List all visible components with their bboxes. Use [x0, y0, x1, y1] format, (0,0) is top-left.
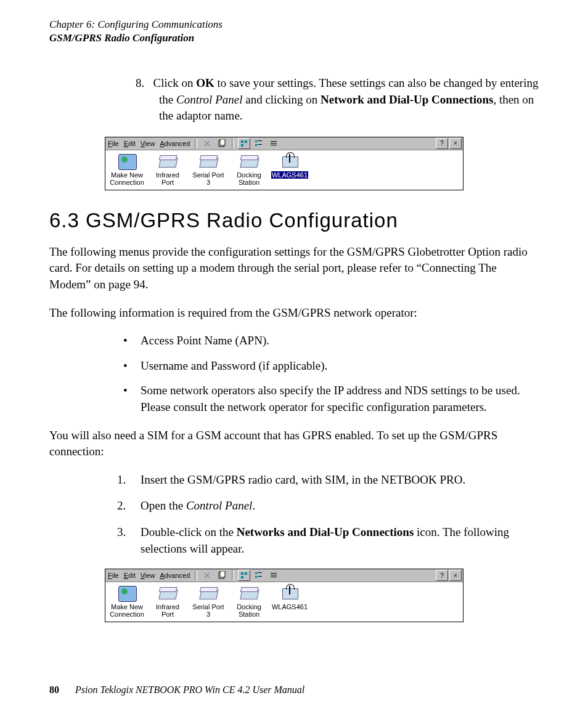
step-number: 1.: [117, 472, 126, 489]
item-label: WLAGS461: [271, 171, 308, 179]
control-panel-italic: Control Panel: [176, 93, 243, 106]
bullet-ip-nds: Some network operators also specify the …: [123, 383, 539, 415]
svg-rect-13: [220, 571, 225, 577]
toolbar-large-icons-icon[interactable]: [238, 570, 250, 581]
footer-text: Psion Teklogix NETBOOK PRO Win CE 4.2 Us…: [75, 684, 304, 695]
svg-rect-3: [245, 140, 247, 143]
menu-file[interactable]: File: [107, 571, 120, 580]
item-label: Infrared Port: [149, 171, 187, 186]
item-infrared-port[interactable]: Infrared Port: [149, 153, 187, 187]
ndc-bold: Network and Dial-Up Connections: [321, 93, 493, 106]
item-label: Make New Connection: [108, 603, 146, 618]
svg-rect-6: [258, 140, 262, 141]
toolbar-properties-icon[interactable]: [216, 570, 228, 581]
text: and clicking on: [242, 93, 321, 106]
svg-rect-18: [258, 572, 262, 573]
step-3: 3. Double-click on the Networks and Dial…: [117, 524, 539, 557]
network-connections-window: File Edit View Advanced ? × Make New Con…: [105, 569, 463, 622]
intro-paragraph-1: The following menus provide the configur…: [49, 244, 539, 293]
item-make-new-connection[interactable]: Make New Connection: [108, 585, 146, 619]
item-make-new-connection[interactable]: Make New Connection: [108, 153, 146, 187]
menu-file[interactable]: File: [107, 139, 120, 148]
svg-rect-2: [241, 140, 243, 143]
svg-rect-15: [245, 572, 247, 575]
running-head-chapter: Chapter 6: Configuring Communications: [49, 18, 539, 31]
svg-rect-22: [271, 575, 277, 575]
menu-view[interactable]: View: [139, 571, 157, 580]
setup-steps: 1. Insert the GSM/GPRS radio card, with …: [92, 472, 539, 557]
toolbar-small-icons-icon[interactable]: [253, 570, 265, 581]
svg-rect-14: [241, 572, 243, 575]
requirements-list: Access Point Name (APN). Username and Pa…: [99, 333, 539, 415]
intro-paragraph-2: The following information is required fr…: [49, 305, 539, 322]
item-label: Docking Station: [230, 603, 268, 618]
toolbar-cut-icon[interactable]: [201, 570, 213, 581]
toolbar-small-icons-icon[interactable]: [253, 138, 265, 149]
text: Insert the GSM/GPRS radio card, with SIM…: [141, 473, 465, 486]
text: Click on: [153, 76, 197, 89]
item-wlags461[interactable]: WLAGS461: [271, 585, 309, 619]
item-label: Serial Port 3: [189, 171, 227, 186]
window-toolbar: File Edit View Advanced ? ×: [105, 569, 463, 582]
step-2: 2. Open the Control Panel.: [117, 498, 539, 514]
menu-advanced[interactable]: Advanced: [158, 139, 191, 148]
menu-edit[interactable]: Edit: [123, 571, 137, 580]
step-number: 2.: [117, 498, 126, 514]
item-serial-port-3[interactable]: Serial Port 3: [189, 153, 227, 187]
menu-edit[interactable]: Edit: [123, 139, 137, 148]
menu-view[interactable]: View: [139, 139, 157, 148]
item-wlags461[interactable]: WLAGS461: [271, 153, 309, 187]
item-label: WLAGS461: [271, 603, 308, 611]
item-label: Make New Connection: [108, 171, 146, 186]
svg-rect-23: [271, 577, 277, 577]
svg-rect-11: [271, 145, 277, 145]
help-button[interactable]: ?: [436, 570, 448, 581]
page-number: 80: [49, 684, 59, 695]
item-label: Serial Port 3: [189, 603, 227, 618]
help-button[interactable]: ?: [436, 138, 448, 149]
control-panel-italic: Control Panel: [186, 499, 253, 512]
toolbar-cut-icon[interactable]: [201, 138, 213, 149]
svg-rect-16: [241, 576, 243, 578]
svg-rect-7: [255, 144, 257, 146]
sim-paragraph: You will also need a SIM for a GSM accou…: [49, 428, 539, 460]
bullet-user-pass: Username and Password (if applicable).: [123, 358, 539, 375]
ok-bold: OK: [196, 76, 214, 89]
svg-rect-8: [258, 144, 262, 145]
close-button[interactable]: ×: [449, 138, 462, 149]
ndc-bold: Networks and Dial-Up Connections: [237, 525, 414, 538]
menu-advanced[interactable]: Advanced: [158, 571, 191, 580]
svg-rect-4: [241, 144, 243, 147]
step-number: 8.: [136, 76, 144, 89]
text: Open the: [141, 499, 186, 512]
page-footer: 80 Psion Teklogix NETBOOK PRO Win CE 4.2…: [49, 684, 304, 696]
svg-rect-10: [271, 143, 277, 144]
step-1: 1. Insert the GSM/GPRS radio card, with …: [117, 472, 539, 489]
text: Double-click on the: [141, 525, 237, 538]
step-8: 8. Click on OK to save your settings. Th…: [92, 75, 539, 124]
running-head-section: GSM/GPRS Radio Configuration: [49, 32, 539, 44]
item-docking-station[interactable]: Docking Station: [230, 153, 268, 187]
svg-rect-17: [255, 572, 257, 574]
bullet-apn: Access Point Name (APN).: [123, 333, 539, 349]
svg-rect-20: [258, 576, 262, 577]
item-label: Docking Station: [230, 171, 268, 186]
item-serial-port-3[interactable]: Serial Port 3: [189, 585, 227, 619]
item-infrared-port[interactable]: Infrared Port: [149, 585, 187, 619]
toolbar-large-icons-icon[interactable]: [238, 138, 250, 149]
toolbar-details-icon[interactable]: [267, 138, 280, 149]
section-heading: 6.3 GSM/GPRS Radio Configuration: [49, 209, 539, 232]
svg-rect-1: [220, 139, 225, 145]
toolbar-properties-icon[interactable]: [216, 138, 228, 149]
item-docking-station[interactable]: Docking Station: [230, 585, 268, 619]
item-label: Infrared Port: [149, 603, 187, 618]
text: .: [252, 499, 255, 512]
step-number: 3.: [117, 524, 126, 541]
svg-rect-9: [271, 141, 277, 142]
svg-rect-5: [255, 140, 257, 142]
window-toolbar: File Edit View Advanced ? ×: [105, 137, 463, 150]
network-connections-window: File Edit View Advanced ? × Make New Con…: [105, 137, 463, 190]
close-button[interactable]: ×: [449, 570, 462, 581]
svg-rect-21: [271, 573, 277, 574]
toolbar-details-icon[interactable]: [267, 570, 280, 581]
